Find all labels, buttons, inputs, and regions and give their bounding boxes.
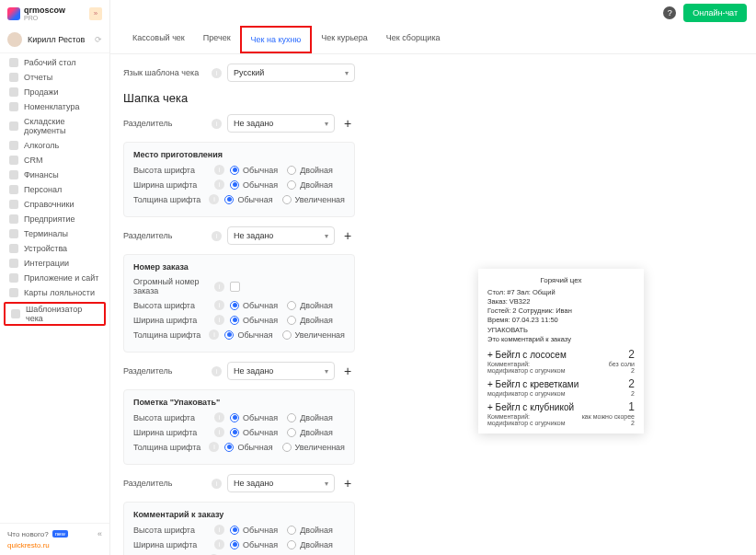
tab-courier[interactable]: Чек курьера	[312, 26, 377, 53]
org-plan: PRO	[24, 15, 65, 21]
sidebar-item[interactable]: Терминалы	[0, 226, 109, 241]
online-chat-button[interactable]: Онлайн-чат	[683, 4, 747, 22]
user-name: Кирилл Рестов	[28, 35, 85, 44]
avatar	[7, 32, 22, 47]
radio-normal[interactable]: Обычная	[230, 526, 278, 535]
sidebar-item[interactable]: Алкоголь	[0, 138, 109, 153]
radio-normal[interactable]: Обычная	[230, 301, 278, 310]
topbar: ? Онлайн-чат	[110, 0, 756, 26]
info-icon[interactable]: i	[209, 194, 219, 204]
sidebar-item[interactable]: Номенклатура	[0, 99, 109, 114]
radio-normal[interactable]: Обычная	[224, 443, 272, 452]
tab-kitchen[interactable]: Чек на кухню	[240, 26, 313, 53]
warehouse-icon	[9, 121, 18, 131]
caret-down-icon: ▾	[325, 120, 328, 128]
radio-normal[interactable]: Обычная	[224, 195, 272, 204]
info-icon[interactable]: i	[214, 525, 224, 535]
info-icon[interactable]: i	[209, 330, 219, 340]
app-logo-icon	[7, 7, 20, 20]
info-icon[interactable]: i	[214, 165, 224, 175]
expand-icon[interactable]: »	[89, 7, 102, 20]
radio-double[interactable]: Двойная	[287, 301, 333, 310]
add-divider-button[interactable]: +	[340, 116, 355, 131]
refresh-icon[interactable]: ⟳	[95, 35, 102, 44]
divider-label: Разделитель	[123, 119, 206, 128]
radio-double[interactable]: Двойная	[287, 413, 333, 422]
info-icon[interactable]: i	[212, 68, 222, 78]
preview-meta: Стол: #7 Зал: Общий Заказ: VB322 Гостей:…	[487, 288, 635, 344]
info-icon[interactable]: i	[212, 119, 222, 129]
radio-large[interactable]: Увеличенная	[282, 330, 345, 340]
sidebar-item[interactable]: Персонал	[0, 182, 109, 197]
dashboard-icon	[9, 58, 18, 67]
sidebar-item[interactable]: Справочники	[0, 197, 109, 212]
preview-item: + Бейгл с лососем2 Комментарий:без соли …	[487, 348, 635, 374]
template-icon	[11, 309, 20, 318]
radio-large[interactable]: Увеличенная	[282, 195, 345, 204]
sidebar-item[interactable]: Приложение и сайт	[0, 271, 109, 285]
radio-normal[interactable]: Обычная	[230, 428, 278, 437]
sidebar-item[interactable]: Устройства	[0, 241, 109, 256]
org-switcher[interactable]: qrmoscow PRO »	[0, 0, 109, 27]
new-badge: new	[52, 530, 68, 538]
site-link[interactable]: quickresto.ru	[7, 541, 102, 549]
info-icon[interactable]: i	[214, 282, 224, 292]
radio-double[interactable]: Двойная	[287, 526, 333, 535]
group-title: Номер заказа	[133, 262, 345, 272]
info-icon[interactable]: i	[214, 412, 224, 422]
sidebar-item[interactable]: Финансы	[0, 168, 109, 182]
info-icon[interactable]: i	[212, 231, 222, 241]
sidebar-item[interactable]: Предприятие	[0, 212, 109, 226]
sidebar-item-receipt-template[interactable]: Шаблонизатор чека	[4, 302, 106, 326]
divider-select[interactable]: Не задано▾	[227, 362, 335, 380]
info-icon[interactable]: i	[214, 300, 224, 310]
radio-normal[interactable]: Обычная	[230, 180, 278, 190]
user-row[interactable]: Кирилл Рестов ⟳	[0, 27, 109, 53]
info-icon[interactable]: i	[214, 179, 224, 190]
tab-kassa[interactable]: Кассовый чек	[123, 26, 194, 53]
info-icon[interactable]: i	[214, 315, 224, 325]
info-icon[interactable]: i	[214, 427, 224, 437]
radio-double[interactable]: Двойная	[287, 316, 333, 325]
divider-select[interactable]: Не задано▾	[227, 474, 335, 492]
group-title: Комментарий к заказу	[133, 510, 345, 519]
radio-normal[interactable]: Обычная	[224, 330, 272, 340]
alcohol-icon	[9, 141, 18, 150]
add-divider-button[interactable]: +	[340, 476, 355, 491]
sidebar-item[interactable]: Рабочий стол	[0, 55, 109, 70]
radio-double[interactable]: Двойная	[287, 180, 333, 190]
tab-collector[interactable]: Чек сборщика	[377, 26, 450, 53]
radio-normal[interactable]: Обычная	[230, 166, 278, 175]
divider-select[interactable]: Не задано▾	[227, 226, 335, 245]
collapse-icon[interactable]: «	[97, 529, 102, 538]
org-name: qrmoscow	[24, 6, 65, 15]
radio-normal[interactable]: Обычная	[230, 540, 278, 549]
radio-double[interactable]: Двойная	[287, 428, 333, 437]
radio-normal[interactable]: Обычная	[230, 413, 278, 422]
help-icon[interactable]: ?	[663, 6, 676, 19]
info-icon[interactable]: i	[212, 366, 222, 376]
radio-double[interactable]: Двойная	[287, 540, 333, 549]
main: ? Онлайн-чат Кассовый чек Пречек Чек на …	[110, 0, 756, 555]
info-icon[interactable]: i	[209, 442, 219, 452]
add-divider-button[interactable]: +	[340, 364, 355, 378]
radio-double[interactable]: Двойная	[287, 166, 333, 175]
lang-select[interactable]: Русский▾	[227, 64, 355, 82]
sidebar-item[interactable]: Интеграции	[0, 256, 109, 271]
info-icon[interactable]: i	[214, 539, 224, 549]
tab-precheck[interactable]: Пречек	[194, 26, 240, 53]
divider-select[interactable]: Не задано▾	[227, 114, 335, 133]
info-icon[interactable]: i	[212, 479, 222, 489]
sidebar-footer: Что нового? new « quickresto.ru	[0, 523, 109, 555]
radio-normal[interactable]: Обычная	[230, 316, 278, 325]
sidebar-item[interactable]: Складские документы	[0, 114, 109, 138]
sidebar-item[interactable]: Продажи	[0, 85, 109, 99]
sidebar-item[interactable]: CRM	[0, 153, 109, 168]
radio-large[interactable]: Увеличенная	[282, 443, 345, 452]
whats-new[interactable]: Что нового? new «	[7, 529, 102, 538]
sidebar-item[interactable]: Отчеты	[0, 70, 109, 85]
add-divider-button[interactable]: +	[340, 228, 355, 243]
huge-order-checkbox[interactable]	[230, 282, 240, 292]
sidebar-item[interactable]: Карты лояльности	[0, 285, 109, 300]
nomenclature-icon	[9, 102, 18, 111]
